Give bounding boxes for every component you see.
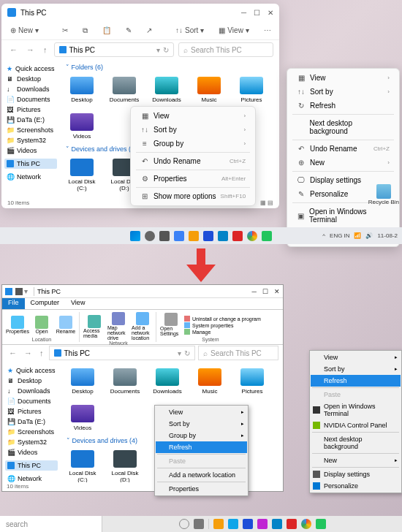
dctx10-display[interactable]: Display settings [311,468,401,480]
rb-open[interactable]: Open [31,316,53,334]
search-box[interactable]: ⌕ Search This PC [178,42,273,57]
cut-icon[interactable]: ✂ [59,25,71,36]
share-icon[interactable]: ↗ [143,25,155,36]
sidebar-documents[interactable]: 📄Documents [4,94,57,104]
paste-icon[interactable]: 📋 [99,25,114,36]
sidebar-desktop[interactable]: 🖥Desktop [5,376,58,386]
close-button[interactable]: ✕ [268,9,273,17]
maximize-button[interactable]: ☐ [254,9,260,17]
maximize-button[interactable]: ☐ [262,288,268,295]
folder-desktop[interactable]: Desktop [67,368,99,395]
taskview-icon[interactable] [159,231,170,241]
dctx-next-bg[interactable]: Next desktop background [289,116,397,138]
new-button[interactable]: ⊕ New ▾ [7,25,42,36]
app4-icon[interactable] [257,519,268,529]
forward-button[interactable]: → [22,349,34,357]
rb-rename[interactable]: Rename [55,316,77,334]
sidebar-data-e[interactable]: 💾DaTa (E:) [5,417,58,427]
tab-computer[interactable]: Computer [25,298,66,309]
search-icon[interactable] [145,231,155,241]
recycle-bin[interactable]: Recycle Bin [368,184,399,205]
ctx10-view[interactable]: View▸ [156,406,247,418]
qat-icon[interactable] [15,288,23,295]
rb-mapdrive[interactable]: Map network drive [107,312,129,341]
view-button[interactable]: ▦ View ▾ [216,25,252,36]
app-icon-1[interactable] [203,231,213,241]
rb-sysprops[interactable]: System properties [184,322,261,328]
close-button[interactable]: ✕ [274,288,280,295]
app7-icon[interactable] [301,519,311,529]
ctx-groupby[interactable]: ≡Group by› [133,137,253,151]
app2-icon[interactable] [228,519,238,529]
sidebar-screenshots[interactable]: 📁Screenshots [4,125,57,135]
sidebar-data-e[interactable]: 💾DaTa (E:) [4,115,57,125]
rename-icon[interactable]: ✎ [123,25,134,36]
rb-properties[interactable]: Properties [7,316,29,334]
folder-downloads[interactable]: Downloads [151,77,183,103]
sidebar-videos[interactable]: 🎬Videos [4,145,57,156]
minimize-button[interactable]: ─ [241,9,246,17]
dctx-undo[interactable]: ↶Undo RenameCtrl+Z [289,142,397,156]
dctx10-refresh[interactable]: Refresh [311,375,401,387]
taskview-icon[interactable] [194,519,204,529]
folder-music[interactable]: Music [194,368,226,395]
drive-d[interactable]: Local Disk (D:) [109,450,141,482]
up-button[interactable]: ↑ [37,349,46,357]
dctx10-nvidia[interactable]: NVIDIA Control Panel [311,419,401,431]
copy-icon[interactable]: ⧉ [80,25,91,37]
address-bar[interactable]: This PC ▾ ↻ [49,346,196,360]
dctx10-personalize[interactable]: Personalize [311,480,401,492]
search-bar[interactable]: search [0,516,102,532]
sidebar-system32[interactable]: 📁System32 [4,135,57,145]
ctx-view[interactable]: ▦View› [133,109,253,123]
sidebar-desktop[interactable]: 🖥Desktop [4,74,57,84]
sidebar-downloads[interactable]: ↓Downloads [5,386,58,396]
sidebar-system32[interactable]: 📁System32 [5,437,58,447]
start-button[interactable] [130,231,140,241]
sidebar-network[interactable]: 🌐Network [4,172,57,182]
rb-access[interactable]: Access media [83,315,105,338]
sidebar-documents[interactable]: 📄Documents [5,396,58,406]
app5-icon[interactable] [272,519,282,529]
sidebar-quick-access[interactable]: ★ Quick access [4,64,57,74]
back-button[interactable]: ← [7,349,19,357]
sidebar-videos[interactable]: 🎬Videos [5,447,58,457]
forward-button[interactable]: → [24,45,37,54]
dctx10-paste[interactable]: Paste [311,389,401,400]
ctx10-addloc[interactable]: Add a network location [156,469,247,481]
app-icon-2[interactable] [218,231,228,241]
folder-documents[interactable]: Documents [108,77,140,103]
folders-header[interactable]: ˅ Folders (6) [63,62,276,72]
minimize-button[interactable]: ─ [252,288,257,295]
sidebar-pictures[interactable]: 🖼Pictures [5,406,58,417]
app1-icon[interactable] [213,519,224,529]
rb-manage[interactable]: Manage [184,329,261,335]
app-icon-4[interactable] [262,231,272,241]
widgets-icon[interactable] [174,231,184,241]
sidebar-screenshots[interactable]: 📁Screenshots [5,427,58,437]
dctx10-terminal[interactable]: Open in Windows Terminal [311,400,401,419]
app3-icon[interactable] [243,519,253,529]
ctx10-properties[interactable]: Properties [156,483,247,495]
dctx-terminal[interactable]: ▣Open in Windows Terminal [289,205,397,227]
dctx10-next-bg[interactable]: Next desktop background [311,433,401,452]
app8-icon[interactable] [316,519,326,529]
app6-icon[interactable] [287,519,297,529]
folder-videos[interactable]: Videos [67,405,99,431]
drive-c[interactable]: Local Disk (C:) [66,159,98,191]
sidebar-thispc[interactable]: This PC [4,159,57,169]
rb-addloc[interactable]: Add a network location [132,312,153,341]
back-button[interactable]: ← [7,45,20,54]
ctx10-paste[interactable]: Paste [156,455,247,467]
ctx-undo[interactable]: ↶Undo RenameCtrl+Z [133,154,253,168]
tab-file[interactable]: File [2,298,25,309]
dctx-new[interactable]: ⊕New› [289,156,397,170]
dctx10-view[interactable]: View▸ [311,352,401,363]
up-button[interactable]: ↑ [41,45,50,54]
drive-c[interactable]: Local Disk (C:) [67,450,99,482]
folder-desktop[interactable]: Desktop [66,77,98,103]
chrome-icon[interactable] [247,231,257,241]
ctx-more[interactable]: ⊞Show more optionsShift+F10 [133,189,253,203]
sidebar-quick-access[interactable]: ★ Quick access [5,365,58,376]
dctx10-new[interactable]: New▸ [311,455,401,466]
